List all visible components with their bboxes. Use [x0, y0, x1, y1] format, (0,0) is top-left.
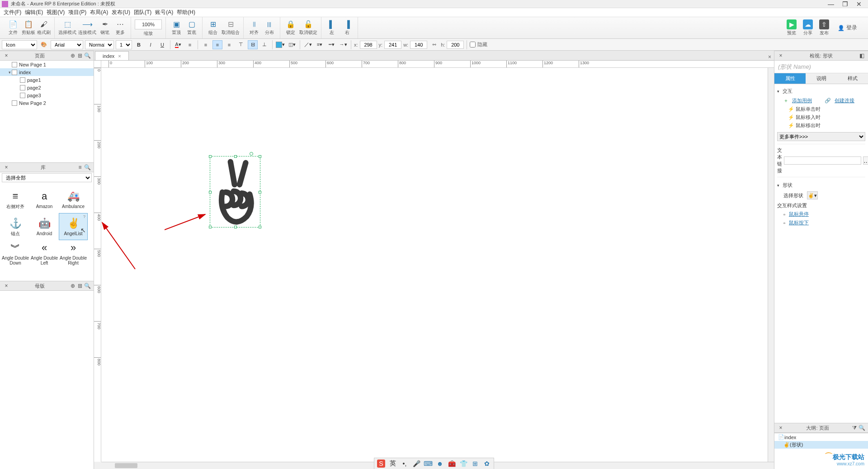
insp-close-icon[interactable]: × [777, 52, 784, 59]
tab-style[interactable]: 样式 [837, 73, 868, 84]
more-button[interactable]: ⋯更多 [113, 20, 127, 36]
add-page-icon[interactable]: ⊕ [69, 52, 76, 59]
event-mouseenter[interactable]: ⚡ 鼠标移入时 [777, 113, 865, 121]
tab-index[interactable]: index× [95, 51, 129, 60]
font-select[interactable]: Arial [51, 40, 83, 49]
event-click[interactable]: ⚡ 鼠标单击时 [777, 105, 865, 113]
page-item-New-Page-2[interactable]: New Page 2 [0, 99, 94, 107]
add-case-link[interactable]: 添加用例 [792, 97, 812, 104]
page-item-New-Page-1[interactable]: New Page 1 [0, 61, 94, 68]
hidden-checkbox[interactable] [470, 42, 476, 47]
handle-nw[interactable] [209, 155, 212, 158]
tabs-close-icon[interactable]: × [768, 54, 771, 60]
rotate-handle[interactable] [250, 152, 253, 156]
outline-shape[interactable]: ✌ (形状) [774, 441, 868, 449]
shape-section[interactable]: ▾形状 [777, 180, 865, 190]
arrow-style-button[interactable]: →▾ [338, 40, 348, 49]
create-connection-link[interactable]: 创建连接 [835, 97, 854, 104]
align-left-text-button[interactable]: ≡ [201, 40, 211, 49]
select-mode-button[interactable]: ⬚选择模式 [58, 20, 76, 36]
share-button[interactable]: ☁分享 [801, 19, 815, 36]
clipboard-button[interactable]: 📋剪贴板 [22, 20, 35, 36]
tab-notes[interactable]: 说明 [806, 73, 837, 84]
lib-menu-icon[interactable]: ≡ [76, 164, 84, 171]
file-button[interactable]: 📄文件 [6, 20, 20, 36]
widget-select[interactable]: Icon [2, 40, 37, 49]
maximize-button[interactable]: ❐ [842, 0, 848, 8]
handle-ne[interactable] [259, 155, 261, 158]
lib-search-icon[interactable]: 🔍 [84, 164, 91, 171]
widget-style-button[interactable]: 🎨 [39, 40, 49, 49]
valign-middle-button[interactable]: ⊟ [248, 40, 258, 49]
h-input[interactable] [447, 41, 464, 49]
align-right-text-button[interactable]: ≡ [224, 40, 234, 49]
add-folder-icon[interactable]: ⊞ [76, 52, 84, 59]
lock-button[interactable]: 🔒锁定 [284, 20, 297, 36]
skin-icon[interactable]: 👕 [459, 460, 467, 468]
sogou-icon[interactable]: S [377, 460, 385, 468]
settings-icon[interactable]: ✿ [483, 460, 491, 468]
align-button[interactable]: ⫴对齐 [247, 20, 261, 36]
publish-button[interactable]: ⇧发布 [817, 19, 831, 36]
more-events-select[interactable]: 更多事件>>> [777, 132, 865, 141]
menu-account[interactable]: 账号(A) [153, 9, 175, 16]
canvas-vscrollbar[interactable] [768, 68, 774, 462]
outer-shadow-button[interactable]: ◫▾ [287, 40, 297, 49]
align-left-button[interactable]: ▌左 [325, 20, 339, 36]
menu-help[interactable]: 帮助(H) [175, 9, 197, 16]
face-icon[interactable]: ☻ [436, 460, 444, 468]
outline-close-icon[interactable]: × [777, 425, 784, 431]
bold-button[interactable]: B [134, 40, 144, 49]
pen-button[interactable]: ✒钢笔 [98, 20, 112, 36]
underline-button[interactable]: U [157, 40, 167, 49]
page-item-page3[interactable]: page3 [0, 91, 94, 99]
distribute-button[interactable]: ⫼分布 [263, 20, 276, 36]
handle-n[interactable] [234, 155, 237, 158]
minimize-button[interactable]: — [828, 0, 834, 8]
menu-layout[interactable]: 布局(A) [88, 9, 110, 16]
font-weight-select[interactable]: Normal [85, 40, 114, 49]
interact-section[interactable]: ▾交互 [777, 86, 865, 96]
line-color-button[interactable]: ／▾ [303, 40, 313, 49]
library-item-右侧对齐[interactable]: ≡右侧对齐 [1, 186, 30, 213]
menu-publish[interactable]: 发布(U) [110, 9, 132, 16]
ungroup-button[interactable]: ⊟取消组合 [222, 20, 240, 36]
lang-label[interactable]: 英 [389, 460, 397, 468]
insp-expand-icon[interactable]: ◧ [858, 52, 865, 59]
handle-s[interactable] [234, 226, 237, 228]
w-input[interactable] [410, 41, 427, 49]
outline-search-icon[interactable]: 🔍 [858, 425, 865, 431]
event-mouseleave[interactable]: ⚡ 鼠标移出时 [777, 121, 865, 129]
page-item-index[interactable]: ▾index [0, 68, 94, 76]
library-item-Ambulance[interactable]: 🚑Ambulance [59, 186, 88, 213]
handle-e[interactable] [259, 191, 261, 194]
tab-close-icon[interactable]: × [118, 53, 121, 59]
down-style-link[interactable]: 鼠标按下 [789, 219, 809, 226]
shape-picker[interactable]: ✌▾ [807, 191, 818, 199]
page-item-page1[interactable]: page1 [0, 76, 94, 84]
ruler-vertical[interactable]: 0100200300400500600700800 [94, 68, 101, 462]
handle-se[interactable] [259, 226, 261, 228]
text-color-button[interactable]: A▾ [173, 40, 183, 49]
grid-icon[interactable]: ⊞ [471, 460, 479, 468]
menu-edit[interactable]: 编辑(E) [23, 9, 45, 16]
handle-w[interactable] [209, 191, 212, 194]
zoom-select[interactable]: 100% [135, 19, 162, 29]
library-item-Angle-Double-Down[interactable]: ︾Angle Double Down [1, 240, 30, 267]
add-master-folder-icon[interactable]: ⊞ [76, 283, 84, 289]
library-select[interactable]: 选择全部 [2, 173, 92, 182]
keyboard-icon[interactable]: ⌨ [424, 460, 432, 468]
outline-filter-icon[interactable]: ⧩ [851, 425, 858, 431]
library-item-Amazon[interactable]: aAmazon [30, 186, 59, 213]
library-item-Angle-Double-Left[interactable]: «Angle Double Left [30, 240, 59, 267]
line-style-button[interactable]: ┅▾ [326, 40, 336, 49]
tab-properties[interactable]: 属性 [774, 73, 806, 84]
punct-icon[interactable]: •, [401, 460, 409, 468]
search-page-icon[interactable]: 🔍 [84, 52, 91, 59]
textlink-button[interactable]: … [863, 156, 868, 165]
unlock-button[interactable]: 🔓取消锁定 [299, 20, 317, 36]
shape-name-input[interactable]: (形状 Name) [774, 61, 868, 73]
login-button[interactable]: 👤登录 [833, 24, 862, 32]
y-input[interactable] [384, 41, 401, 49]
masters-close-icon[interactable]: × [3, 283, 10, 289]
